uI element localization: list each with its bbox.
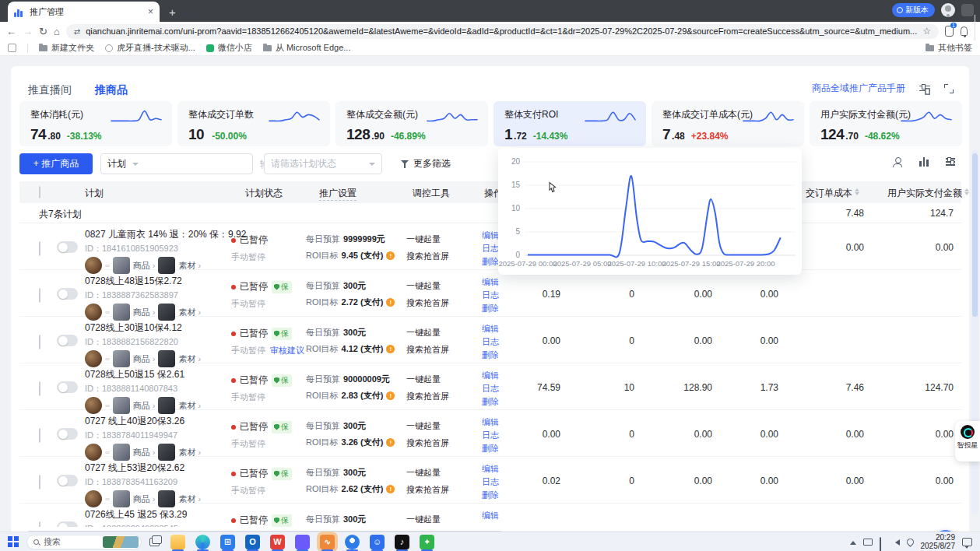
- search-type-select[interactable]: 计划: [100, 153, 253, 174]
- tool-item[interactable]: 一键起量: [406, 280, 449, 292]
- fullscreen-icon[interactable]: [944, 84, 954, 93]
- notifications-bell-icon[interactable]: [961, 26, 968, 36]
- tool-item[interactable]: 搜索抢首屏: [406, 391, 449, 402]
- tool-item[interactable]: 一键起量: [406, 327, 449, 339]
- plan-toggle[interactable]: [57, 428, 78, 440]
- action-link[interactable]: 编辑: [482, 370, 499, 381]
- taskbar-app-qianchuan-active[interactable]: ∿: [320, 535, 335, 549]
- tool-item[interactable]: 搜索抢首屏: [406, 484, 449, 496]
- action-link[interactable]: 删除: [482, 396, 499, 408]
- row-checkbox[interactable]: [39, 335, 40, 349]
- warning-icon[interactable]: !: [386, 251, 395, 260]
- col-settings[interactable]: 推广设置: [319, 187, 357, 201]
- warning-icon[interactable]: !: [386, 485, 395, 493]
- warning-icon[interactable]: !: [386, 438, 395, 447]
- monitor-icon[interactable]: [863, 539, 873, 546]
- taskbar-app-app-purple[interactable]: [295, 535, 310, 549]
- reload-icon[interactable]: ↻: [39, 26, 47, 37]
- plan-toggle[interactable]: [57, 475, 78, 486]
- col-plan[interactable]: 计划: [85, 187, 104, 200]
- tool-item[interactable]: 搜索抢首屏: [406, 297, 449, 309]
- tab-live-room[interactable]: 推直播间: [28, 83, 72, 97]
- plan-title[interactable]: 0727 线上40退20保3.26: [85, 415, 233, 428]
- tool-item[interactable]: 一键起量: [406, 467, 449, 479]
- plan-title[interactable]: 0728线上50退15 保2.61: [85, 368, 233, 381]
- tool-item[interactable]: 一键起量: [406, 374, 449, 385]
- taskbar-search[interactable]: 搜索: [26, 535, 142, 549]
- warning-icon[interactable]: !: [386, 298, 395, 307]
- warning-icon[interactable]: !: [386, 345, 395, 353]
- action-link[interactable]: 编辑: [482, 276, 499, 288]
- taskbar-app-wechat-store[interactable]: ✦: [420, 535, 434, 549]
- forward-icon[interactable]: →: [23, 26, 33, 37]
- row-checkbox[interactable]: [39, 381, 40, 396]
- bookmark-item[interactable]: 虎牙直播-技术驱动...: [105, 42, 195, 54]
- action-link[interactable]: 删除: [482, 490, 499, 501]
- metric-card[interactable]: 用户实际支付金额(元) 124 .70 -48.62%: [810, 101, 962, 146]
- promote-product-button[interactable]: + 推广商品: [19, 153, 93, 174]
- columns-chart-icon[interactable]: [919, 157, 929, 167]
- tool-item[interactable]: 一键起量: [406, 514, 441, 525]
- tool-item[interactable]: 搜索抢首屏: [406, 437, 449, 449]
- search-highlight-image[interactable]: [103, 536, 139, 548]
- taskbar-app-wps[interactable]: W: [270, 535, 285, 549]
- plan-status-select[interactable]: 请筛选计划状态: [264, 153, 382, 174]
- select-all-checkbox[interactable]: [39, 186, 40, 198]
- tab-close-icon[interactable]: ×: [148, 6, 153, 17]
- action-link[interactable]: 删除: [482, 349, 499, 361]
- metric-card[interactable]: 整体成交订单成本(元) 7 .48 +23.84%: [652, 101, 804, 146]
- plan-toggle[interactable]: [57, 241, 78, 253]
- plan-title[interactable]: 0727 线上53退20保2.62: [85, 462, 233, 475]
- table-settings-icon[interactable]: [946, 157, 955, 167]
- action-link[interactable]: 编辑: [482, 323, 499, 335]
- taskbar-app-store[interactable]: ⊞: [220, 535, 235, 549]
- url-bar[interactable]: ⇄ qianchuan.jinritemai.com/uni-prom?aavi…: [66, 24, 939, 39]
- row-checkbox[interactable]: [39, 475, 40, 490]
- metric-card[interactable]: 整体成交金额(元) 128 .90 -46.89%: [335, 101, 488, 146]
- home-icon[interactable]: ⌂: [54, 26, 60, 37]
- col-cost-per-order[interactable]: 交订单成本: [806, 187, 859, 200]
- bookmark-star-icon[interactable]: ☆: [922, 26, 931, 37]
- other-bookmarks[interactable]: 其他书签: [926, 42, 972, 54]
- side-panel-icon[interactable]: [8, 44, 16, 52]
- tool-item[interactable]: 搜索抢首屏: [406, 251, 449, 262]
- browser-tab[interactable]: 推广管理 ×: [8, 2, 160, 22]
- metric-card[interactable]: 整体支付ROI 1 .72 -14.43%: [494, 101, 646, 146]
- action-link[interactable]: 删除: [482, 256, 499, 268]
- taskbar-app-app-blue[interactable]: ☺: [370, 535, 385, 549]
- taskbar-app-douyin[interactable]: ♪: [395, 535, 409, 549]
- tool-item[interactable]: 一键起量: [406, 420, 449, 432]
- action-link[interactable]: 编辑: [482, 463, 499, 475]
- bookmark-item[interactable]: 微信小店: [206, 42, 252, 54]
- bookmark-folder[interactable]: 新建文件夹: [39, 42, 94, 54]
- col-tools[interactable]: 调控工具: [413, 187, 450, 200]
- tray-chevron-up-icon[interactable]: [850, 541, 856, 545]
- action-link[interactable]: 删除: [482, 303, 499, 314]
- audience-icon[interactable]: [893, 157, 902, 167]
- metric-card[interactable]: 整体成交订单数 10 -50.00%: [177, 101, 330, 146]
- action-link[interactable]: 日志: [482, 383, 499, 395]
- bookmark-folder[interactable]: 从 Microsoft Edge...: [263, 42, 351, 54]
- tab-products[interactable]: 推商品: [95, 83, 128, 97]
- adjust-settings-icon[interactable]: [919, 84, 930, 93]
- plan-toggle[interactable]: [57, 335, 78, 346]
- action-link[interactable]: 编辑: [482, 230, 499, 241]
- tool-item[interactable]: 一键起量: [406, 233, 449, 245]
- action-link[interactable]: 日志: [482, 430, 499, 441]
- taskbar-app-file-explorer[interactable]: [170, 535, 185, 549]
- row-checkbox[interactable]: [39, 428, 40, 443]
- taskbar-app-app-blue-circle[interactable]: [345, 535, 360, 549]
- product-manual-link[interactable]: 商品全域推广产品手册: [812, 82, 905, 95]
- row-checkbox[interactable]: [39, 288, 40, 303]
- action-link[interactable]: 日志: [482, 243, 499, 254]
- taskbar-clock[interactable]: 20:29 2025/8/27: [921, 533, 956, 550]
- review-suggestion-link[interactable]: 审核建议: [270, 345, 304, 356]
- volume-icon[interactable]: [895, 539, 900, 546]
- metric-card[interactable]: 整体消耗(元) 74 .80 -38.13%: [19, 101, 172, 146]
- warning-icon[interactable]: !: [386, 391, 395, 400]
- back-icon[interactable]: ←: [6, 26, 16, 37]
- action-link[interactable]: 编辑: [482, 416, 499, 428]
- mic-icon[interactable]: [880, 537, 881, 551]
- sort-icon[interactable]: [964, 188, 969, 196]
- notification-center-icon[interactable]: [962, 538, 972, 546]
